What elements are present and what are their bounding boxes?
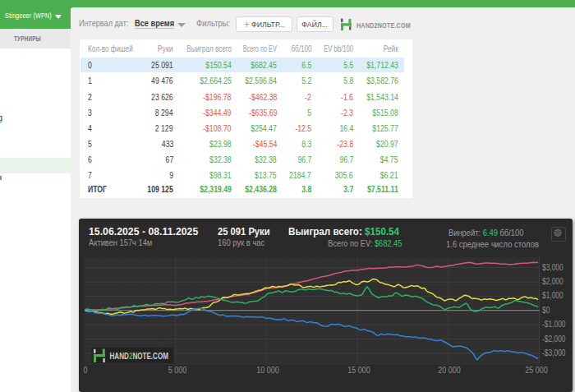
svg-text:HAND2NOTE.COM: HAND2NOTE.COM (110, 350, 169, 360)
